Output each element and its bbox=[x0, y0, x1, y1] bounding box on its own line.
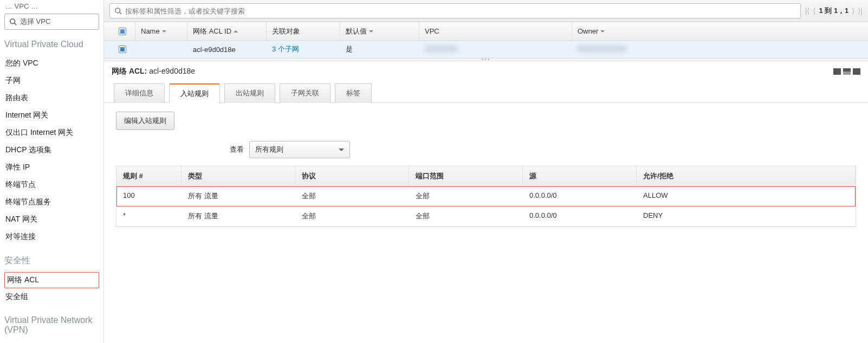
search-icon bbox=[114, 7, 122, 15]
row-assoc-link[interactable]: 3 个子网 bbox=[272, 45, 299, 53]
sidebar-heading-vpc: Virtual Private Cloud bbox=[4, 40, 99, 49]
row-checkbox-cell[interactable] bbox=[109, 46, 135, 53]
sort-caret-icon bbox=[234, 30, 238, 33]
sidebar-item[interactable]: 客户网关 bbox=[4, 340, 99, 343]
detail-title-label: 网络 ACL: bbox=[112, 67, 147, 75]
sidebar-heading-vpn: Virtual Private Network (VPN) bbox=[4, 315, 99, 335]
col-owner[interactable]: Owner bbox=[572, 22, 868, 40]
sidebar-item[interactable]: 终端节点 bbox=[4, 176, 99, 193]
filter-bar: |⟨ ⟨ 1 到 1，1 ⟩ ⟩| bbox=[104, 0, 868, 22]
rules-table: 规则 # 类型 协议 端口范围 源 允许/拒绝 100所有 流量全部全部0.0.… bbox=[116, 166, 856, 227]
detail-tabs: 详细信息入站规则出站规则子网关联标签 bbox=[104, 80, 868, 103]
rule-protocol: 全部 bbox=[295, 186, 409, 206]
rule-type: 所有 流量 bbox=[182, 206, 295, 226]
rule-port: 全部 bbox=[409, 206, 523, 226]
layout-min-icon[interactable] bbox=[833, 68, 841, 75]
pager-last-icon[interactable]: ⟩| bbox=[858, 7, 863, 15]
svg-point-0 bbox=[10, 19, 15, 24]
col-name-label: Name bbox=[141, 27, 160, 35]
col-acl-id[interactable]: 网络 ACL ID bbox=[187, 22, 267, 40]
acl-table-header: Name 网络 ACL ID 关联对象 默认值 VPC Owner bbox=[104, 22, 868, 41]
sidebar-item[interactable]: 对等连接 bbox=[4, 228, 99, 245]
view-label: 查看 bbox=[230, 145, 244, 154]
sidebar-item[interactable]: 您的 VPC bbox=[4, 55, 99, 72]
col-default[interactable]: 默认值 bbox=[340, 22, 419, 40]
rules-col-allow: 允许/拒绝 bbox=[637, 166, 856, 186]
svg-point-2 bbox=[115, 8, 120, 13]
layout-split-icon[interactable] bbox=[843, 68, 851, 75]
detail-title-value: acl-e9d0d18e bbox=[149, 67, 195, 75]
sort-caret-icon bbox=[162, 30, 166, 33]
col-acl-id-label: 网络 ACL ID bbox=[193, 27, 231, 36]
svg-line-1 bbox=[15, 23, 17, 25]
tab[interactable]: 标签 bbox=[335, 83, 372, 103]
tab[interactable]: 出站规则 bbox=[224, 83, 275, 103]
sidebar-item[interactable]: 路由表 bbox=[4, 89, 99, 107]
edit-inbound-rules-button[interactable]: 编辑入站规则 bbox=[116, 112, 174, 130]
pager-next-icon[interactable]: ⟩ bbox=[852, 7, 854, 15]
col-assoc[interactable]: 关联对象 bbox=[267, 22, 340, 40]
filter-input[interactable] bbox=[125, 7, 796, 15]
rules-row: *所有 流量全部全部0.0.0.0/0DENY bbox=[116, 206, 856, 226]
sidebar-item[interactable]: 安全组 bbox=[4, 288, 99, 306]
col-vpc[interactable]: VPC bbox=[419, 22, 572, 40]
search-icon bbox=[9, 18, 17, 25]
sidebar-item[interactable]: Internet 网关 bbox=[4, 107, 99, 124]
redacted-owner bbox=[578, 46, 626, 52]
checkbox-icon[interactable] bbox=[119, 46, 126, 53]
redacted-vpc bbox=[425, 46, 457, 52]
chevron-down-icon bbox=[339, 148, 344, 151]
split-handle[interactable] bbox=[104, 58, 868, 61]
rule-source: 0.0.0.0/0 bbox=[523, 186, 637, 206]
rules-col-type: 类型 bbox=[182, 166, 295, 186]
rule-number: * bbox=[116, 206, 182, 226]
vpc-selector[interactable]: 选择 VPC bbox=[4, 14, 99, 30]
checkbox-icon[interactable] bbox=[119, 28, 126, 35]
filter-input-wrap[interactable] bbox=[109, 3, 801, 18]
row-default: 是 bbox=[340, 44, 419, 54]
acl-table-row[interactable]: acl-e9d0d18e 3 个子网 是 bbox=[104, 41, 868, 58]
sidebar-item[interactable]: NAT 网关 bbox=[4, 211, 99, 228]
rule-allow-deny: DENY bbox=[637, 206, 856, 226]
tab[interactable]: 入站规则 bbox=[169, 83, 220, 103]
sidebar-item[interactable]: 网络 ACL bbox=[4, 272, 99, 288]
col-owner-label: Owner bbox=[578, 27, 598, 35]
sidebar-heading-security: 安全性 bbox=[4, 255, 99, 267]
col-default-label: 默认值 bbox=[346, 27, 367, 36]
rule-number: 100 bbox=[116, 186, 182, 206]
rule-type: 所有 流量 bbox=[182, 186, 295, 206]
rules-col-rule: 规则 # bbox=[116, 166, 182, 186]
col-vpc-label: VPC bbox=[425, 27, 439, 35]
pager-prev-icon[interactable]: ⟨ bbox=[813, 7, 815, 15]
sidebar-item[interactable]: 终端节点服务 bbox=[4, 193, 99, 211]
rule-protocol: 全部 bbox=[295, 206, 409, 226]
sidebar: … VPC … 选择 VPC Virtual Private Cloud 您的 … bbox=[0, 0, 104, 343]
col-name[interactable]: Name bbox=[135, 22, 187, 40]
detail-header: 网络 ACL: acl-e9d0d18e bbox=[104, 61, 868, 80]
sort-caret-icon bbox=[369, 30, 373, 33]
sidebar-item[interactable]: DHCP 选项集 bbox=[4, 141, 99, 159]
view-filter-row: 查看 所有规则 bbox=[230, 141, 856, 158]
sidebar-item[interactable]: 子网 bbox=[4, 72, 99, 89]
tab[interactable]: 详细信息 bbox=[114, 83, 165, 103]
vpc-selector-label: 选择 VPC bbox=[20, 17, 50, 27]
layout-max-icon[interactable] bbox=[853, 68, 860, 75]
view-dropdown[interactable]: 所有规则 bbox=[249, 141, 350, 158]
rules-row: 100所有 流量全部全部0.0.0.0/0ALLOW bbox=[116, 186, 856, 206]
rules-col-port: 端口范围 bbox=[409, 166, 523, 186]
view-dropdown-value: 所有规则 bbox=[255, 145, 283, 154]
row-acl-id: acl-e9d0d18e bbox=[187, 46, 267, 54]
col-checkbox[interactable] bbox=[109, 22, 135, 40]
sidebar-item[interactable]: 弹性 IP bbox=[4, 159, 99, 176]
panel-layout-icons bbox=[833, 68, 860, 75]
row-assoc: 3 个子网 bbox=[267, 44, 340, 54]
sidebar-item[interactable]: 仅出口 Internet 网关 bbox=[4, 124, 99, 141]
pager-first-icon[interactable]: |⟨ bbox=[805, 7, 810, 15]
rules-col-proto: 协议 bbox=[295, 166, 409, 186]
detail-title: 网络 ACL: acl-e9d0d18e bbox=[112, 67, 195, 76]
pager: |⟨ ⟨ 1 到 1，1 ⟩ ⟩| bbox=[805, 6, 863, 16]
tab[interactable]: 子网关联 bbox=[280, 83, 331, 103]
sidebar-top-truncated: … VPC … bbox=[4, 0, 99, 14]
rule-source: 0.0.0.0/0 bbox=[523, 206, 637, 226]
row-vpc bbox=[419, 46, 572, 54]
